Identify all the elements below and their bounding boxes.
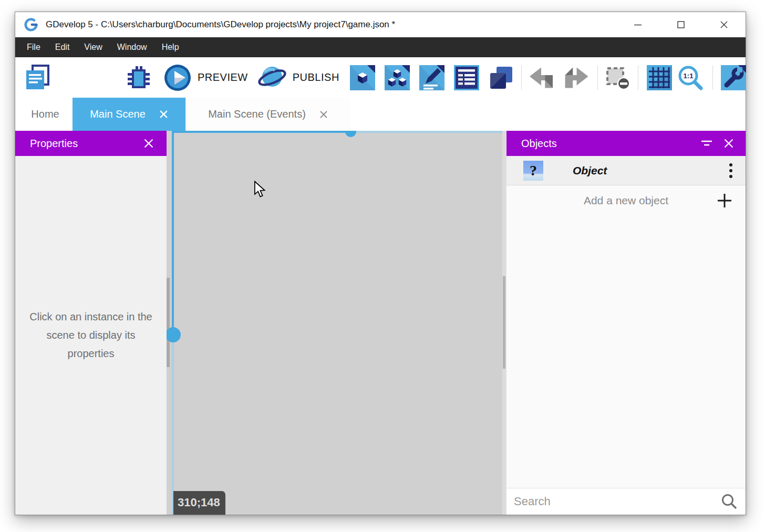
- close-button[interactable]: [702, 12, 746, 37]
- menu-view[interactable]: View: [77, 37, 109, 57]
- properties-title: Properties: [30, 138, 78, 150]
- canvas-left-scrollbar-thumb[interactable]: [167, 278, 170, 367]
- scene-canvas[interactable]: 310;148: [167, 131, 506, 515]
- canvas-right-scrollbar-thumb[interactable]: [503, 276, 505, 369]
- scene-tools-button[interactable]: [721, 65, 746, 90]
- tab-main-scene[interactable]: Main Scene: [73, 98, 185, 131]
- properties-empty-message: Click on an instance in the scene to dis…: [15, 308, 167, 363]
- add-object-label: Add a new object: [506, 194, 746, 207]
- search-input[interactable]: [514, 495, 720, 508]
- debugger-button[interactable]: [126, 64, 152, 91]
- project-manager-icon: [24, 64, 51, 91]
- object-context-menu-button[interactable]: [729, 162, 733, 179]
- search-icon: [720, 493, 738, 510]
- close-icon: [159, 110, 168, 119]
- menu-help[interactable]: Help: [154, 37, 187, 57]
- object-groups-icon: [385, 65, 410, 90]
- cursor-coordinates-badge: 310;148: [173, 491, 225, 515]
- object-list-item[interactable]: ? Object: [506, 156, 746, 185]
- viewport-resize-handle-top[interactable]: [345, 131, 356, 137]
- edit-object-groups-button[interactable]: [385, 65, 410, 90]
- filter-icon: [700, 139, 713, 148]
- events-sheet-icon: [454, 65, 479, 90]
- object-name: Object: [573, 164, 607, 177]
- publish-globe-icon: [258, 64, 286, 91]
- object-unknown-thumbnail-icon: ?: [523, 161, 543, 181]
- window-controls: [616, 12, 746, 37]
- add-object-button[interactable]: [716, 192, 733, 209]
- tab-label: Main Scene: [90, 108, 146, 120]
- tab-label: Main Scene (Events): [208, 108, 306, 120]
- menu-bar: File Edit View Window Help: [15, 37, 746, 57]
- objects-filter-button[interactable]: [700, 139, 713, 148]
- redo-button[interactable]: [565, 66, 591, 89]
- close-icon: [319, 110, 328, 119]
- close-icon: [143, 138, 154, 149]
- zoom-1-1-icon: 1:1: [677, 65, 704, 91]
- tab-main-scene-events[interactable]: Main Scene (Events): [185, 98, 350, 131]
- play-icon: [164, 64, 191, 91]
- properties-body: Click on an instance in the scene to dis…: [15, 156, 167, 515]
- main-content: Properties Click on an instance in the s…: [15, 131, 746, 515]
- viewport-resize-handle-left[interactable]: [167, 327, 181, 342]
- zoom-reset-label: 1:1: [683, 72, 693, 80]
- deselect-all-button[interactable]: [605, 65, 631, 91]
- objects-title: Objects: [521, 138, 557, 150]
- menu-window[interactable]: Window: [110, 37, 154, 57]
- tab-close-button[interactable]: [159, 110, 168, 119]
- objects-search-bar: [506, 488, 746, 515]
- search-button[interactable]: [720, 493, 738, 510]
- tab-home[interactable]: Home: [18, 98, 73, 131]
- title-bar[interactable]: GDevelop 5 - C:\Users\charburg\Documents…: [15, 12, 746, 37]
- game-viewport-top-border: [172, 131, 350, 133]
- zoom-reset-button[interactable]: 1:1: [677, 65, 704, 91]
- properties-close-button[interactable]: [143, 138, 154, 149]
- tab-close-button[interactable]: [319, 110, 328, 119]
- close-icon: [720, 20, 728, 29]
- preview-label: PREVIEW: [198, 71, 248, 84]
- objects-panel: Objects ? Object: [506, 131, 746, 515]
- desktop: GDevelop 5 - C:\Users\charburg\Documents…: [0, 0, 765, 532]
- project-manager-button[interactable]: [24, 64, 51, 91]
- toolbar-separator: [712, 66, 713, 90]
- object-cube-icon: [350, 65, 375, 90]
- minimize-button[interactable]: [616, 12, 659, 37]
- debugger-icon: [126, 64, 152, 91]
- redo-icon: [565, 66, 591, 89]
- game-viewport-left-border-extension: [172, 335, 174, 515]
- kebab-menu-icon: [729, 162, 733, 179]
- objects-close-button[interactable]: [723, 138, 734, 149]
- toolbar-separator: [521, 66, 522, 90]
- toolbar-separator: [638, 66, 638, 90]
- grid-icon: [647, 65, 672, 90]
- add-object-row[interactable]: Add a new object: [506, 185, 746, 216]
- preview-button[interactable]: PREVIEW: [164, 64, 248, 91]
- mouse-cursor: [254, 181, 267, 199]
- open-events-button[interactable]: [454, 65, 479, 90]
- objects-header: Objects: [506, 131, 746, 156]
- menu-file[interactable]: File: [19, 37, 48, 57]
- properties-header: Properties: [15, 131, 167, 156]
- plus-icon: [716, 192, 733, 209]
- pencil-icon: [419, 65, 444, 90]
- deselect-icon: [605, 65, 631, 91]
- tab-bar: Home Main Scene Main Scene (Events): [15, 98, 746, 131]
- gdevelop-logo-icon: [24, 17, 38, 32]
- maximize-button[interactable]: [659, 12, 702, 37]
- toolbar-separator: [597, 66, 598, 90]
- publish-button[interactable]: PUBLISH: [258, 64, 339, 91]
- wrench-icon: [721, 65, 746, 90]
- window-title: GDevelop 5 - C:\Users\charburg\Documents…: [46, 19, 395, 30]
- edit-scene-properties-button[interactable]: [419, 65, 444, 90]
- game-viewport-left-border: [172, 131, 174, 335]
- minimize-icon: [634, 20, 642, 29]
- edit-object-button[interactable]: [350, 65, 375, 90]
- menu-edit[interactable]: Edit: [48, 37, 77, 57]
- toggle-grid-button[interactable]: [647, 65, 672, 90]
- undo-icon: [528, 66, 554, 89]
- publish-label: PUBLISH: [293, 71, 339, 84]
- open-layers-button[interactable]: [489, 65, 514, 90]
- game-viewport-top-border-extension: [350, 131, 502, 133]
- undo-button[interactable]: [528, 66, 554, 89]
- properties-panel: Properties Click on an instance in the s…: [15, 131, 167, 515]
